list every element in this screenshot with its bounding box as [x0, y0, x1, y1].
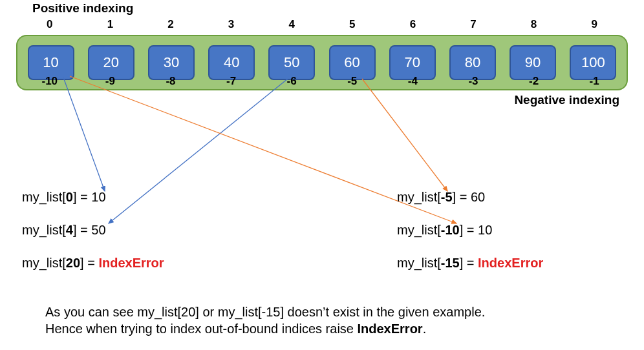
pos-idx: 7	[450, 18, 497, 31]
expr-mid: ] =	[453, 190, 471, 204]
expr-value: 10	[91, 190, 105, 204]
neg-idx: -1	[571, 75, 617, 88]
pos-idx: 0	[27, 18, 73, 31]
expr-key: 4	[66, 223, 73, 237]
example-line: my_list[-15] = IndexError	[397, 256, 623, 271]
expr-key: 0	[66, 190, 73, 204]
negative-index-row: -10 -9 -8 -7 -6 -5 -4 -3 -2 -1	[16, 75, 628, 88]
expr-prefix: my_list[	[22, 256, 66, 270]
expr-mid: ] =	[73, 190, 91, 204]
expr-key: 20	[66, 256, 80, 270]
expr-prefix: my_list[	[22, 190, 66, 204]
neg-idx: -7	[208, 75, 255, 88]
neg-idx: -9	[87, 75, 133, 88]
neg-idx: -10	[27, 75, 73, 88]
footer-bold: IndexError	[358, 322, 423, 336]
neg-idx: -5	[329, 75, 376, 88]
pos-idx: 5	[329, 18, 376, 31]
examples-right: my_list[-5] = 60 my_list[-10] = 10 my_li…	[339, 190, 623, 289]
neg-idx: -4	[389, 75, 436, 88]
expr-key: -5	[441, 190, 453, 204]
expr-value: 10	[478, 223, 492, 237]
negative-indexing-title: Negative indexing	[514, 93, 619, 107]
examples-left: my_list[0] = 10 my_list[4] = 50 my_list[…	[22, 190, 306, 289]
expr-prefix: my_list[	[22, 223, 66, 237]
pos-idx: 3	[208, 18, 255, 31]
pos-idx: 9	[571, 18, 617, 31]
neg-idx: -3	[450, 75, 497, 88]
positive-index-row: 0 1 2 3 4 5 6 7 8 9	[16, 18, 628, 31]
expr-prefix: my_list[	[397, 223, 441, 237]
positive-indexing-title: Positive indexing	[32, 1, 133, 15]
neg-idx: -6	[268, 75, 315, 88]
neg-idx: -2	[511, 75, 557, 88]
expr-mid: ] =	[80, 256, 98, 270]
pos-idx: 2	[147, 18, 194, 31]
expr-key: -10	[441, 223, 460, 237]
pos-idx: 4	[268, 18, 315, 31]
expr-value-error: IndexError	[98, 256, 164, 270]
footer-line1: As you can see my_list[20] or my_list[-1…	[45, 304, 608, 320]
example-line: my_list[0] = 10	[22, 190, 306, 205]
pos-idx: 6	[389, 18, 436, 31]
expr-value: 60	[471, 190, 485, 204]
expr-value-error: IndexError	[478, 256, 543, 270]
pos-idx: 1	[87, 18, 133, 31]
expr-key: -15	[441, 256, 460, 270]
footer-note: As you can see my_list[20] or my_list[-1…	[45, 304, 608, 337]
examples-block: my_list[0] = 10 my_list[4] = 50 my_list[…	[22, 190, 623, 289]
footer-line2: Hence when trying to index out-of-bound …	[45, 320, 608, 337]
expr-mid: ] =	[460, 223, 478, 237]
expr-mid: ] =	[73, 223, 91, 237]
example-line: my_list[20] = IndexError	[22, 256, 306, 271]
expr-prefix: my_list[	[397, 190, 441, 204]
footer-text: .	[423, 322, 427, 336]
expr-value: 50	[91, 223, 105, 237]
pos-idx: 8	[511, 18, 557, 31]
expr-prefix: my_list[	[397, 256, 441, 270]
arrow-neg5	[362, 79, 447, 191]
footer-text: Hence when trying to index out-of-bound …	[45, 322, 358, 336]
neg-idx: -8	[147, 75, 194, 88]
arrow-pos0	[63, 77, 105, 191]
example-line: my_list[4] = 50	[22, 223, 306, 238]
expr-mid: ] =	[460, 256, 478, 270]
example-line: my_list[-10] = 10	[397, 223, 623, 238]
example-line: my_list[-5] = 60	[397, 190, 623, 205]
